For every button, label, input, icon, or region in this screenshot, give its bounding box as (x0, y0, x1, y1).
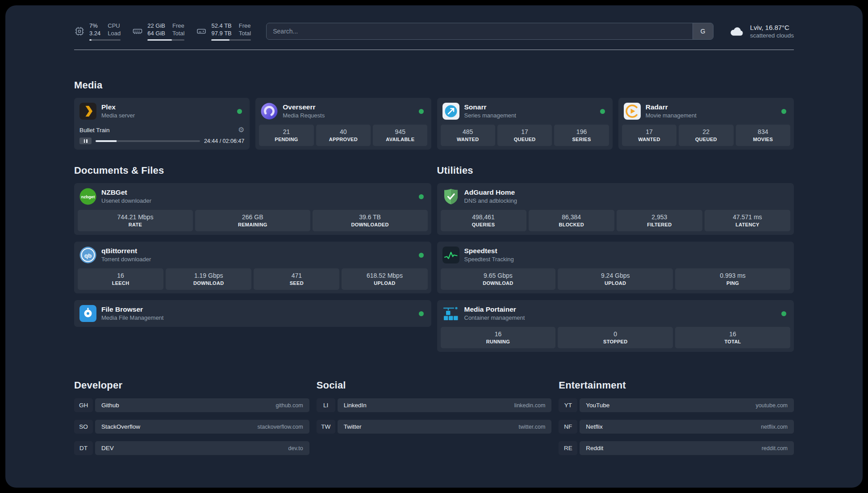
bookmark-youtube[interactable]: YT YouTube youtube.com (559, 398, 794, 412)
service-card-nzbget[interactable]: nzbget NZBGet Usenet downloader 74 (74, 183, 431, 235)
service-card-filebrowser[interactable]: File Browser Media File Management (74, 300, 431, 327)
bookmark-pill: Reddit reddit.com (580, 441, 794, 455)
section-media: Media Plex Media server (74, 79, 794, 150)
bookmark-name: DEV (101, 445, 114, 451)
bookmark-name: Twitter (344, 423, 362, 430)
service-card-overseerr[interactable]: Overseerr Media Requests 21 PENDING 40 A… (255, 98, 431, 150)
bookmark-dev[interactable]: DT DEV dev.to (74, 441, 309, 455)
bookmark-domain: linkedin.com (514, 402, 545, 409)
memory-total-value: 64 GiB (147, 30, 165, 38)
gear-icon[interactable]: ⚙ (238, 126, 244, 134)
service-description: Torrent downloader (101, 256, 151, 263)
service-description: Media File Management (101, 314, 163, 322)
bookmark-reddit[interactable]: RE Reddit reddit.com (559, 441, 794, 455)
now-playing-title: Bullet Train (79, 127, 110, 134)
adguard-icon (442, 188, 459, 205)
stat-approved: 40 APPROVED (316, 125, 371, 146)
bookmark-stackoverflow[interactable]: SO StackOverflow stackoverflow.com (74, 420, 309, 434)
section-title-utilities: Utilities (437, 165, 794, 176)
bookmark-name: LinkedIn (344, 402, 367, 409)
service-name: AdGuard Home (464, 188, 517, 197)
bookmark-name: Reddit (586, 445, 603, 451)
bookmark-pill: YouTube youtube.com (580, 398, 794, 412)
stat-downloaded: 39.6 TB DOWNLOADED (313, 210, 428, 231)
speedtest-icon (442, 246, 459, 263)
service-card-portainer[interactable]: Media Portainer Container management 16 … (437, 300, 794, 352)
service-name: Speedtest (464, 247, 514, 255)
service-name: Media Portainer (464, 305, 525, 314)
stat-remaining: 266 GB REMAINING (195, 210, 310, 231)
disk-total-value: 97.9 TB (211, 30, 231, 38)
stat-stopped: 0 STOPPED (558, 327, 673, 348)
stat-movies: 834 MOVIES (736, 125, 790, 146)
stat-available: 945 AVAILABLE (373, 125, 427, 146)
bookmark-name: Netflix (586, 423, 603, 430)
section-title-documents: Documents & Files (74, 165, 431, 176)
bookmark-netflix[interactable]: NF Netflix netflix.com (559, 420, 794, 434)
stat-total: 16 TOTAL (675, 327, 790, 348)
bookmark-abbr: NF (559, 420, 577, 434)
stat-series: 196 SERIES (554, 125, 609, 146)
bookmark-name: YouTube (586, 402, 609, 409)
service-card-radarr[interactable]: Radarr Movie management 17 WANTED 22 QUE… (618, 98, 794, 150)
bookmark-name: Github (101, 402, 119, 409)
bookmark-domain: github.com (276, 402, 303, 409)
divider (74, 50, 794, 50)
filebrowser-icon (79, 305, 96, 322)
sonarr-icon (442, 103, 459, 120)
bookmark-domain: reddit.com (762, 445, 788, 451)
bookmark-twitter[interactable]: TW Twitter twitter.com (317, 420, 552, 434)
status-online-indicator (419, 194, 424, 199)
service-name: File Browser (101, 305, 163, 314)
bookmark-domain: stackoverflow.com (258, 424, 303, 430)
disk-free-label: Free (239, 22, 251, 30)
stat-download: 9.65 Gbps DOWNLOAD (441, 268, 556, 290)
search-provider-button[interactable]: G (693, 23, 713, 39)
homepage-dashboard: 7% 3.24 CPU Load (5, 5, 863, 488)
cpu-usage-bar (89, 39, 121, 41)
plex-now-playing: Bullet Train ⚙ 24:44 / 02:06:47 (74, 126, 250, 150)
bookmark-pill: Github github.com (95, 398, 309, 412)
bookmarks-entertainment: Entertainment YT YouTube youtube.com NF … (559, 380, 794, 463)
bookmark-github[interactable]: GH Github github.com (74, 398, 309, 412)
service-description: Speedtest Tracking (464, 256, 514, 263)
section-utilities: Utilities (437, 165, 794, 352)
topbar: 7% 3.24 CPU Load (74, 22, 794, 41)
svg-text:qb: qb (84, 252, 92, 259)
overseerr-icon (261, 103, 278, 120)
bookmark-linkedin[interactable]: LI LinkedIn linkedin.com (317, 398, 552, 412)
memory-free-value: 22 GiB (147, 22, 165, 30)
bookmark-domain: dev.to (288, 445, 303, 451)
cpu-icon (74, 26, 85, 37)
status-online-indicator (419, 253, 424, 258)
service-description: Media server (101, 112, 135, 120)
section-title-developer: Developer (74, 380, 309, 391)
search-bar: G (266, 23, 713, 40)
service-description: DNS and adblocking (464, 197, 517, 205)
cloud-icon (729, 23, 745, 39)
service-card-plex[interactable]: Plex Media server Bullet Train ⚙ (74, 98, 250, 150)
service-name: qBittorrent (101, 247, 151, 255)
memory-total-label: Total (172, 30, 184, 38)
bookmark-abbr: DT (74, 441, 93, 455)
cpu-usage-value: 7% (89, 22, 100, 30)
search-input[interactable] (267, 23, 692, 39)
portainer-icon (442, 305, 459, 322)
service-name: Overseerr (283, 103, 325, 112)
service-card-qbittorrent[interactable]: qb qBittorrent Torrent downloader (74, 242, 431, 293)
stat-upload: 9.24 Gbps UPLOAD (558, 268, 673, 290)
service-card-sonarr[interactable]: Sonarr Series management 485 WANTED 17 Q… (437, 98, 613, 150)
bookmark-abbr: SO (74, 420, 93, 434)
stat-leech: 16 LEECH (78, 268, 163, 290)
service-description: Media Requests (283, 112, 325, 120)
section-title-entertainment: Entertainment (559, 380, 794, 391)
service-card-adguard[interactable]: AdGuard Home DNS and adblocking 498,461 … (437, 183, 794, 235)
service-name: Radarr (646, 103, 697, 112)
disk-icon (196, 26, 207, 37)
pause-button[interactable] (79, 138, 92, 144)
memory-usage-bar (147, 39, 184, 41)
plex-icon (79, 103, 96, 120)
service-card-speedtest[interactable]: Speedtest Speedtest Tracking 9.65 Gbps D… (437, 242, 794, 293)
playback-progress-bar (96, 140, 200, 142)
bookmark-abbr: YT (559, 398, 577, 412)
